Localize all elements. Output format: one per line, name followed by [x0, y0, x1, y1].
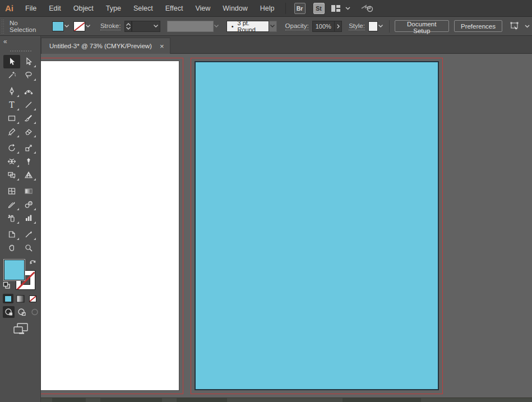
zoom-tool[interactable] [20, 241, 37, 255]
column-graph-tool[interactable] [20, 211, 37, 225]
color-chip [4, 295, 12, 302]
panel-grip[interactable] [1, 19, 4, 34]
shape-builder-tool[interactable] [3, 168, 20, 182]
artboard-1[interactable] [41, 61, 179, 391]
menu-help[interactable]: Help [254, 0, 281, 17]
selection-options-chevron-icon[interactable] [525, 25, 530, 28]
stroke-weight-stepper[interactable] [124, 21, 132, 32]
pen-tool[interactable] [3, 85, 20, 98]
menu-object[interactable]: Object [67, 0, 100, 17]
slice-tool[interactable] [20, 228, 37, 241]
arrange-documents-icon[interactable] [331, 4, 341, 12]
menu-view[interactable]: View [189, 0, 216, 17]
fill-proxy-swatch[interactable] [4, 260, 25, 280]
stroke-color-swatch[interactable] [73, 21, 85, 31]
none-chip [29, 295, 36, 302]
color-button[interactable] [3, 294, 13, 303]
draw-normal-button[interactable] [3, 306, 15, 318]
brush-definition-dropdown[interactable]: • 3 pt. Round [226, 21, 269, 32]
menu-effect[interactable]: Effect [159, 0, 189, 17]
collapse-panel-button[interactable]: « [3, 38, 7, 45]
brush-definition-chevron-icon[interactable] [269, 21, 277, 32]
selection-status: No Selection [10, 20, 41, 33]
canvas-area[interactable] [41, 54, 532, 402]
rotate-tool[interactable] [3, 141, 20, 155]
lasso-tool[interactable] [20, 68, 37, 82]
eyedropper-tool[interactable] [3, 198, 20, 211]
change-screen-mode-icon[interactable] [12, 322, 29, 336]
curvature-tool[interactable] [20, 85, 37, 98]
stock-button[interactable]: St [313, 3, 325, 14]
preferences-button[interactable]: Preferences [454, 20, 502, 32]
document-setup-button[interactable]: Document Setup [395, 20, 449, 32]
gpu-performance-icon[interactable] [360, 3, 374, 13]
tools-panel-grip[interactable] [10, 50, 31, 52]
status-bar-fragment [343, 398, 421, 402]
menu-type[interactable]: Type [100, 0, 127, 17]
scale-tool[interactable] [20, 141, 37, 155]
puppet-warp-tool[interactable] [20, 155, 37, 168]
gradient-button[interactable] [15, 294, 26, 303]
app-logo: Ai [0, 3, 19, 13]
menu-select[interactable]: Select [127, 0, 159, 17]
style-chevron-icon[interactable] [378, 21, 384, 31]
style-swatch[interactable] [368, 21, 378, 31]
rectangle-tool[interactable] [3, 112, 20, 125]
shaper-tool[interactable] [3, 125, 20, 138]
style-label[interactable]: Style: [349, 22, 365, 30]
gradient-tool[interactable] [20, 184, 37, 198]
swatch-type-buttons [3, 294, 38, 303]
control-bar: No Selection Stroke: • 3 pt. Round Opaci… [0, 17, 532, 36]
menu-window[interactable]: Window [216, 0, 253, 17]
status-bar [41, 398, 532, 402]
document-tab[interactable]: Untitled-3* @ 73% (CMYK/Preview) × [41, 38, 170, 54]
brush-dot-icon: • [232, 23, 234, 30]
bridge-button[interactable]: Br [294, 3, 306, 14]
symbol-sprayer-tool[interactable] [3, 211, 20, 225]
direct-selection-tool[interactable] [20, 55, 37, 68]
brush-definition-value: 3 pt. Round [238, 20, 264, 33]
menu-separator [285, 3, 286, 14]
selection-options-icon[interactable] [509, 21, 520, 31]
width-tool[interactable] [3, 155, 20, 168]
menu-file[interactable]: File [19, 0, 43, 17]
artboard-tool[interactable] [3, 228, 20, 241]
blend-tool[interactable] [20, 198, 37, 211]
magic-wand-tool[interactable] [3, 68, 20, 82]
fill-stroke-proxy [3, 258, 39, 293]
hand-tool[interactable] [3, 241, 20, 255]
opacity-chevron-icon[interactable] [335, 21, 342, 32]
menu-edit[interactable]: Edit [43, 0, 67, 17]
document-tab-bar: Untitled-3* @ 73% (CMYK/Preview) × [41, 36, 532, 54]
type-tool[interactable]: T [3, 98, 20, 112]
swap-fill-stroke-icon[interactable] [29, 258, 37, 266]
none-button[interactable] [27, 294, 38, 303]
paintbrush-tool[interactable] [20, 112, 37, 125]
stroke-color-chevron-icon[interactable] [85, 21, 91, 31]
opacity-input[interactable]: 100% [312, 21, 335, 32]
variable-width-profile-dropdown [167, 21, 214, 32]
draw-behind-button[interactable] [16, 306, 27, 318]
tools-grid: T [3, 55, 38, 255]
fill-color-swatch[interactable] [52, 21, 64, 31]
line-segment-tool[interactable] [20, 98, 37, 112]
draw-inside-button [29, 306, 40, 318]
arrange-documents-chevron-icon[interactable] [345, 7, 350, 10]
fill-color-chevron-icon[interactable] [64, 21, 70, 31]
mesh-tool[interactable] [3, 184, 20, 198]
status-bar-fragment [177, 398, 227, 402]
drawing-mode-buttons [3, 306, 40, 318]
artboard-2[interactable] [195, 61, 439, 390]
stroke-weight-label[interactable]: Stroke: [100, 22, 121, 30]
opacity-label[interactable]: Opacity: [285, 22, 309, 30]
selection-tool[interactable] [3, 55, 20, 68]
perspective-grid-tool[interactable] [20, 168, 37, 182]
eraser-tool[interactable] [20, 125, 37, 138]
tools-panel: « T [0, 36, 41, 402]
stroke-weight-dropdown[interactable] [132, 21, 160, 32]
document-tab-title: Untitled-3* @ 73% (CMYK/Preview) [49, 43, 152, 49]
status-bar-fragment [52, 398, 86, 402]
svg-text:T: T [9, 100, 15, 109]
default-fill-stroke-icon[interactable] [3, 281, 11, 289]
tab-close-icon[interactable]: × [160, 43, 164, 50]
